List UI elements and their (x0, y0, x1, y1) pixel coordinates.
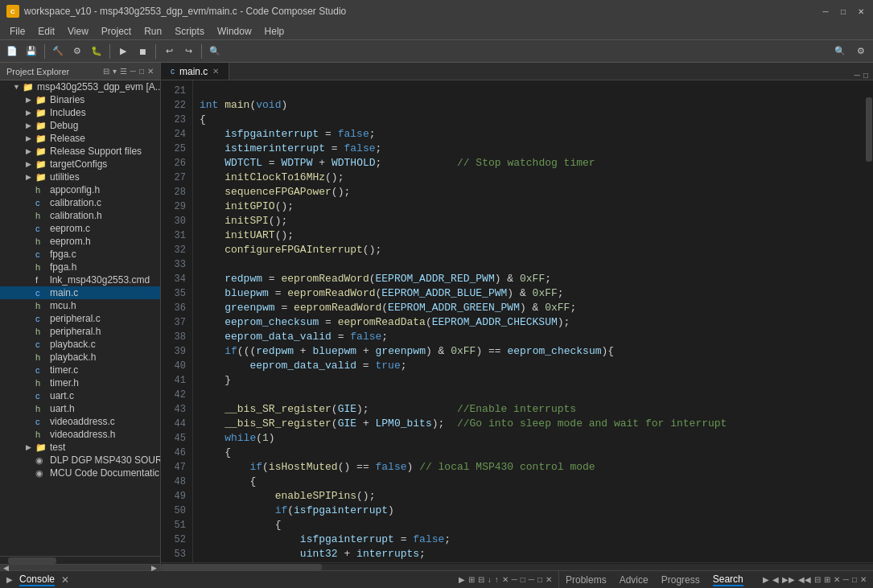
tree-playback-c[interactable]: ▶ c playback.c (0, 338, 160, 351)
toolbar-redo[interactable]: ↪ (179, 43, 197, 60)
tree-videoaddress-c[interactable]: ▶ c videoaddress.c (0, 415, 160, 428)
console-min[interactable]: ─ (529, 575, 534, 584)
pe-max-icon[interactable]: □ (139, 67, 144, 76)
console-icon-5[interactable]: ↑ (495, 575, 499, 584)
tree-eeprom-h[interactable]: ▶ h eeprom.h (0, 235, 160, 248)
editor-hscroll-track[interactable] (161, 564, 873, 570)
tree-release[interactable]: ▶ 📁 Release (0, 132, 160, 145)
pe-filter-icon[interactable]: ▾ (113, 67, 117, 76)
toolbar-stop[interactable]: ⏹ (134, 43, 151, 60)
console-icon-6[interactable]: ✕ (502, 575, 509, 584)
progress-tab[interactable]: Progress (661, 574, 700, 586)
editor-tab-max-icon[interactable]: □ (863, 71, 868, 80)
pe-hscroll-thumb[interactable] (8, 557, 56, 564)
close-button[interactable]: ✕ (855, 6, 867, 17)
console-max[interactable]: □ (537, 575, 542, 584)
console-icon-1[interactable]: ▶ (459, 575, 465, 584)
tree-fpga-c[interactable]: ▶ c fpga.c (0, 248, 160, 261)
pe-hscroll[interactable] (0, 556, 160, 564)
code-editor[interactable]: 2122232425 2627282930 3132333435 3637383… (161, 80, 873, 562)
console-icon-2[interactable]: ⊞ (468, 575, 475, 584)
search-min[interactable]: ─ (843, 575, 849, 584)
pe-min-icon[interactable]: ─ (130, 67, 136, 76)
advice-tab[interactable]: Advice (620, 574, 649, 586)
menu-scripts[interactable]: Scripts (168, 23, 211, 40)
tree-appconfig-h[interactable]: ▶ h appconfig.h (0, 183, 160, 196)
toolbar-settings[interactable]: ⚙ (852, 43, 870, 60)
tree-binaries[interactable]: ▶ 📁 Binaries (0, 93, 160, 106)
tree-playback-h[interactable]: ▶ h playback.h (0, 351, 160, 364)
editor-vscroll-thumb[interactable] (866, 97, 872, 162)
tree-calibration-h[interactable]: ▶ h calibration.h (0, 209, 160, 222)
tree-peripheral-c[interactable]: ▶ c peripheral.c (0, 312, 160, 325)
menu-help[interactable]: Help (258, 23, 291, 40)
menu-project[interactable]: Project (95, 23, 138, 40)
tree-release-support[interactable]: ▶ 📁 Release Support files (0, 145, 160, 158)
pe-left-arrow[interactable]: ◀ (3, 564, 9, 572)
pe-close-icon[interactable]: ✕ (147, 67, 154, 76)
toolbar-debug[interactable]: 🐛 (88, 43, 105, 60)
tree-videoaddress-h[interactable]: ▶ h videoaddress.h (0, 428, 160, 441)
editor-hscroll-thumb[interactable] (161, 564, 322, 570)
menu-file[interactable]: File (3, 23, 31, 40)
code-content[interactable]: int main(void) { isfpgainterrupt = false… (193, 80, 865, 562)
tree-fpga-h[interactable]: ▶ h fpga.h (0, 261, 160, 273)
tree-utilities[interactable]: ▶ 📁 utilities (0, 171, 160, 183)
maximize-button[interactable]: □ (838, 6, 849, 17)
tab-console-close[interactable]: ✕ (61, 574, 69, 586)
toolbar-build-all[interactable]: ⚙ (68, 43, 86, 60)
toolbar-new[interactable]: 📄 (3, 43, 21, 60)
tab-main-c-close[interactable]: ✕ (212, 67, 219, 76)
menu-run[interactable]: Run (138, 23, 168, 40)
search-icon-4[interactable]: ◀◀ (798, 575, 811, 584)
tree-main-c[interactable]: ▶ c main.c (0, 286, 160, 299)
search-close[interactable]: ✕ (860, 575, 867, 584)
console-close[interactable]: ✕ (546, 575, 552, 584)
toolbar-build[interactable]: 🔨 (49, 43, 67, 60)
tree-mcu-h[interactable]: ▶ h mcu.h (0, 299, 160, 312)
menu-window[interactable]: Window (211, 23, 258, 40)
tree-mcu[interactable]: ▶ ◉ MCU Code Documentatic... (0, 467, 160, 479)
editor-tab-min-icon[interactable]: ─ (854, 71, 860, 80)
pe-right-arrow[interactable]: ▶ (151, 564, 157, 572)
tree-uart-c[interactable]: ▶ c uart.c (0, 389, 160, 402)
toolbar-run[interactable]: ▶ (114, 43, 132, 60)
tab-console[interactable]: Console (19, 574, 55, 586)
toolbar-find[interactable]: 🔍 (206, 43, 224, 60)
editor-vscroll[interactable] (865, 80, 873, 562)
tree-includes[interactable]: ▶ 📁 Includes (0, 106, 160, 119)
code-wrapper[interactable]: int main(void) { isfpgainterrupt = false… (193, 80, 865, 562)
pe-menu-icon[interactable]: ☰ (120, 67, 127, 76)
tree-test[interactable]: ▶ 📁 test (0, 441, 160, 454)
tree-dlp[interactable]: ▶ ◉ DLP DGP MSP430 SOUR... (0, 454, 160, 467)
search-icon-5[interactable]: ⊟ (814, 575, 821, 584)
menu-view[interactable]: View (61, 23, 95, 40)
tree-lnk-cmd[interactable]: ▶ f lnk_msp430g2553.cmd (0, 273, 160, 286)
toolbar-save[interactable]: 💾 (23, 43, 40, 60)
tree-uart-h[interactable]: ▶ h uart.h (0, 402, 160, 415)
console-icon-4[interactable]: ↓ (488, 575, 492, 584)
pe-collapse-icon[interactable]: ⊟ (103, 67, 109, 76)
tree-timer-h[interactable]: ▶ h timer.h (0, 376, 160, 389)
search-icon-7[interactable]: ✕ (834, 575, 840, 584)
tree-timer-c[interactable]: ▶ c timer.c (0, 364, 160, 376)
search-max[interactable]: □ (852, 575, 857, 584)
search-icon-3[interactable]: ▶▶ (782, 575, 795, 584)
search-icon-6[interactable]: ⊞ (824, 575, 830, 584)
problems-tab[interactable]: Problems (566, 574, 607, 586)
tree-eeprom-c[interactable]: ▶ c eeprom.c (0, 222, 160, 235)
editor-hscroll[interactable] (161, 562, 873, 570)
tree-calibration-c[interactable]: ▶ c calibration.c (0, 196, 160, 209)
console-icon-3[interactable]: ⊟ (478, 575, 484, 584)
search-icon-2[interactable]: ◀ (772, 575, 779, 584)
tree-targetconfigs[interactable]: ▶ 📁 targetConfigs (0, 158, 160, 171)
console-icon-8[interactable]: □ (521, 575, 525, 584)
search-icon-1[interactable]: ▶ (763, 575, 769, 584)
minimize-button[interactable]: ─ (820, 6, 831, 17)
search-toolbar-icon[interactable]: 🔍 (831, 43, 849, 60)
search-tab[interactable]: Search (713, 574, 743, 586)
tree-root[interactable]: ▼ 📁 msp430g2553_dgp_evm [A... (0, 80, 160, 93)
console-icon-7[interactable]: ─ (512, 575, 517, 584)
tree-debug[interactable]: ▶ 📁 Debug (0, 119, 160, 132)
toolbar-undo[interactable]: ↩ (160, 43, 178, 60)
